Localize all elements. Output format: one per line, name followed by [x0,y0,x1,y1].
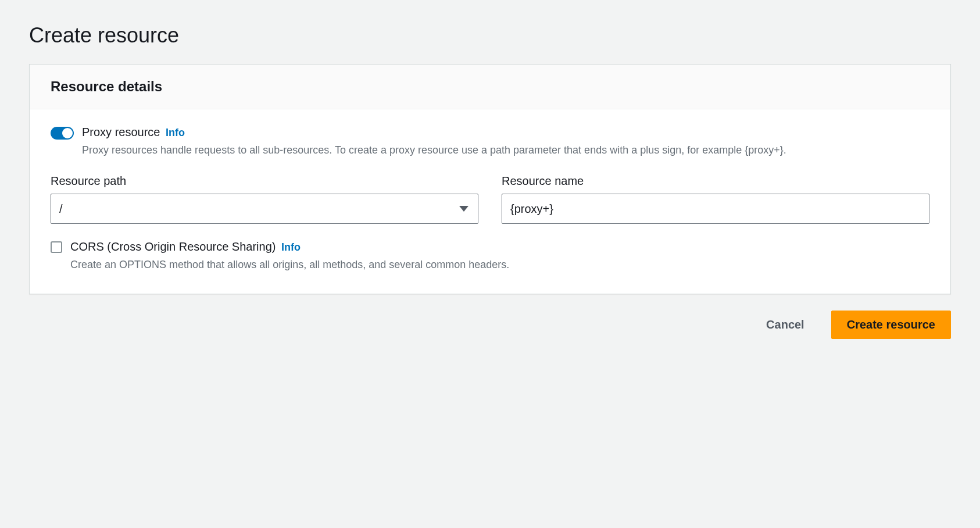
proxy-resource-label: Proxy resource [82,126,160,138]
cors-info-link[interactable]: Info [281,241,301,253]
resource-path-name-row: Resource path / Resource name [51,174,929,224]
proxy-resource-label-line: Proxy resource Info [82,126,786,139]
create-resource-button[interactable]: Create resource [831,311,951,339]
proxy-resource-info-link[interactable]: Info [166,127,185,138]
proxy-resource-toggle[interactable] [51,127,74,140]
resource-path-col: Resource path / [51,174,478,224]
cors-checkbox[interactable] [51,241,62,253]
resource-name-label: Resource name [502,174,929,188]
resource-path-value: / [51,194,478,224]
cancel-button[interactable]: Cancel [751,311,820,339]
panel-header: Resource details [30,65,950,109]
form-actions: Cancel Create resource [29,311,951,339]
resource-path-label: Resource path [51,174,478,188]
resource-path-select[interactable]: / [51,194,478,224]
cors-label-line: CORS (Cross Origin Resource Sharing) Inf… [70,240,509,254]
cors-field: CORS (Cross Origin Resource Sharing) Inf… [51,240,929,273]
panel-title: Resource details [51,79,929,95]
resource-name-col: Resource name [502,174,929,224]
proxy-resource-description: Proxy resources handle requests to all s… [82,142,786,158]
resource-details-panel: Resource details Proxy resource Info Pro… [29,64,951,294]
cors-description: Create an OPTIONS method that allows all… [70,257,509,273]
resource-name-input[interactable] [502,194,929,224]
page-title: Create resource [29,23,951,48]
panel-body: Proxy resource Info Proxy resources hand… [30,109,950,294]
cors-label: CORS (Cross Origin Resource Sharing) [70,240,276,253]
proxy-resource-field: Proxy resource Info Proxy resources hand… [51,126,929,158]
